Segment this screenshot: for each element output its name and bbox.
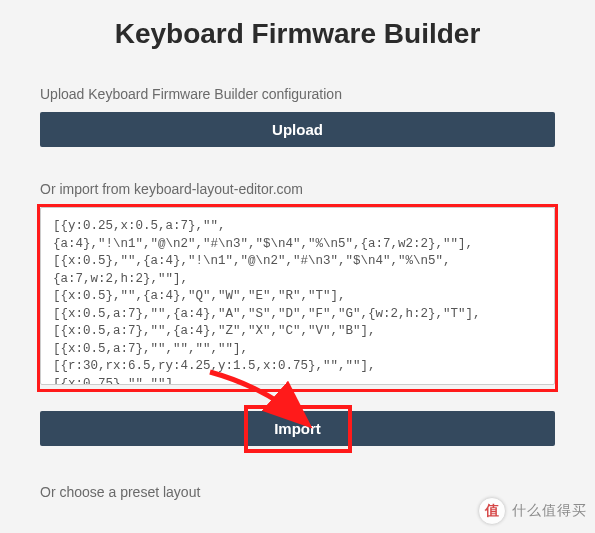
upload-section-label: Upload Keyboard Firmware Builder configu… (40, 86, 555, 102)
watermark: 值 什么值得买 (478, 497, 587, 525)
layout-json-textarea[interactable] (40, 207, 555, 385)
import-button[interactable]: Import (40, 411, 555, 446)
watermark-badge-icon: 值 (478, 497, 506, 525)
import-section-label: Or import from keyboard-layout-editor.co… (40, 181, 555, 197)
page-title: Keyboard Firmware Builder (40, 18, 555, 50)
watermark-text: 什么值得买 (512, 502, 587, 520)
upload-button[interactable]: Upload (40, 112, 555, 147)
